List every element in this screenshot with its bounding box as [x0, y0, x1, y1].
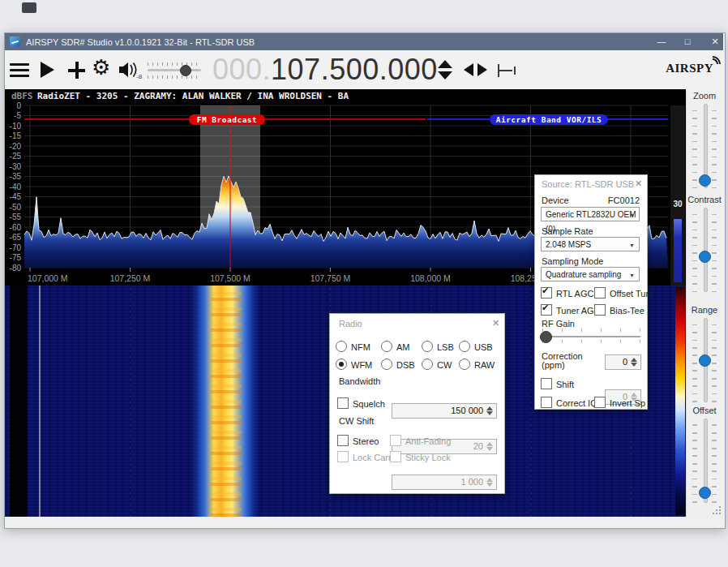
dbfs-unit-label: dBFS [11, 91, 33, 101]
waterfall-signal-core [211, 286, 242, 517]
svg-text:-30: -30 [10, 162, 22, 171]
settings-gear-icon[interactable]: ⚙ [92, 54, 110, 80]
zoom-slider[interactable] [691, 104, 718, 188]
source-panel-close-icon[interactable]: ✕ [635, 178, 642, 189]
minimize-button[interactable]: — [651, 33, 672, 50]
waterfall-gridline [531, 286, 532, 517]
svg-text:-50: -50 [10, 203, 22, 212]
range-label: Range [686, 305, 723, 315]
spinner-down-icon[interactable] [631, 363, 637, 367]
offset-tuning-checkbox[interactable]: Offset Tuni [594, 286, 653, 300]
frequency-active-digits: 107.500.000 [271, 53, 438, 86]
mode-radio-am[interactable]: AM [381, 339, 410, 354]
tune-left-button[interactable] [464, 63, 473, 76]
bandwidth-spinner[interactable]: 150 000 [392, 403, 497, 419]
sample-rate-select[interactable]: 2.048 MSPS▼ [541, 237, 640, 251]
contrast-slider-thumb[interactable] [699, 251, 711, 263]
frequency-display[interactable]: 000.107.500.000 [212, 54, 438, 86]
add-button[interactable] [68, 62, 85, 79]
shift-checkbox[interactable]: Shift [541, 376, 574, 391]
resize-grip[interactable] [710, 506, 721, 514]
offset-slider-thumb[interactable] [699, 487, 711, 499]
offset-slider[interactable] [691, 419, 718, 503]
mode-radio-raw[interactable]: RAW [459, 357, 495, 372]
correction-spinner[interactable]: 0 [605, 354, 641, 370]
volume-slider-thumb[interactable] [180, 65, 191, 76]
spinner-up-icon [486, 442, 493, 446]
correct-iq-checkbox[interactable]: Correct IQ [541, 395, 597, 410]
play-button[interactable] [41, 62, 54, 78]
rf-gain-label: RF Gain [542, 319, 575, 329]
cw-shift-spinner: 1 000 [392, 475, 497, 490]
spinner-up-icon[interactable] [631, 358, 637, 362]
mode-radio-lsb[interactable]: LSB [422, 339, 454, 354]
device-id: FC0012 [604, 195, 640, 205]
range-slider-thumb[interactable] [699, 354, 711, 367]
frequency-step-down-button[interactable] [438, 71, 452, 79]
sticky-lock-checkbox: Sticky Lock [390, 449, 451, 464]
tuner-agc-checkbox[interactable]: Tuner AGC [541, 303, 601, 317]
squelch-checkbox[interactable]: Squelch [337, 396, 385, 410]
range-slider[interactable] [691, 318, 718, 402]
spinner-down-icon [486, 447, 493, 451]
contrast-slider[interactable] [691, 208, 718, 292]
sampling-mode-select[interactable]: Quadrature sampling▼ [541, 267, 640, 281]
mode-radio-cw[interactable]: CW [422, 357, 452, 372]
svg-text:-10: -10 [10, 122, 22, 131]
screen-artifact [22, 2, 36, 13]
screen: AIRSPY SDR# Studio v1.0.0.1921 32-Bit - … [0, 0, 728, 567]
svg-text:0: 0 [16, 101, 21, 110]
radio-panel-close-icon[interactable]: ✕ [492, 318, 499, 329]
svg-text:107,000 M: 107,000 M [28, 273, 68, 283]
svg-text:-80: -80 [10, 264, 22, 273]
device-select[interactable]: Generic RTL2832U OEM (0)▼ [541, 207, 640, 221]
waterfall-gridline [130, 286, 131, 517]
mode-radio-usb[interactable]: USB [459, 339, 493, 354]
svg-text:-5: -5 [14, 111, 21, 120]
invert-spectrum-checkbox[interactable]: Invert Sp [594, 395, 645, 410]
svg-text:108,000 M: 108,000 M [410, 273, 451, 283]
volume-slider[interactable] [148, 69, 201, 71]
snap-step-icon[interactable] [498, 64, 516, 77]
svg-text:-60: -60 [10, 223, 22, 232]
svg-text:-25: -25 [10, 152, 22, 161]
mode-radio-wfm[interactable]: WFM [336, 357, 372, 372]
maximize-button[interactable]: □ [677, 33, 698, 50]
app-icon [10, 37, 20, 47]
zoom-label: Zoom [686, 91, 723, 101]
spinner-up-icon[interactable] [486, 406, 493, 410]
rtl-agc-checkbox[interactable]: RTL AGC [541, 286, 593, 300]
mode-radio-nfm[interactable]: NFM [336, 339, 370, 354]
frequency-step-up-button[interactable] [438, 60, 452, 68]
spinner-down-icon[interactable] [486, 411, 493, 415]
sample-rate-label: Sample Rate [542, 226, 593, 236]
chevron-down-icon: ▼ [629, 208, 635, 223]
bias-tee-checkbox[interactable]: Bias-Tee [594, 303, 644, 317]
offset-label: Offset [686, 406, 723, 415]
rf-gain-slider-thumb[interactable] [540, 331, 552, 343]
tune-right-button[interactable] [477, 63, 487, 76]
rf-gain-slider[interactable] [542, 336, 640, 337]
close-button[interactable]: ✕ [704, 33, 726, 50]
svg-text:107,750 M: 107,750 M [310, 273, 351, 283]
menu-button[interactable] [10, 63, 29, 77]
stereo-checkbox[interactable]: Stereo [337, 433, 379, 448]
waterfall-dc-band [10, 286, 28, 517]
svg-text:107,250 M: 107,250 M [110, 273, 151, 283]
chevron-down-icon: ▼ [629, 238, 635, 253]
correction-label: Correction(ppm) [542, 352, 583, 370]
waterfall-color-legend [675, 287, 685, 515]
rf-gain-ticks-top [542, 329, 640, 332]
cw-shift-label: CW Shift [339, 416, 374, 426]
svg-text:-45: -45 [10, 192, 22, 201]
volume-db-label: -8 [136, 73, 142, 80]
mode-radio-dsb[interactable]: DSB [381, 357, 415, 372]
title-bar: AIRSPY SDR# Studio v1.0.0.1921 32-Bit - … [5, 33, 723, 50]
aircraft-band-pill: Aircraft Band VOR/ILS [490, 114, 608, 125]
volume-ticks-top [148, 62, 201, 66]
rds-text: RadioZET - 3205 - ZAGRAMY: ALAN WALKER /… [37, 91, 349, 101]
waterfall-signal-stripe [191, 286, 259, 517]
source-panel-title: Source: RTL-SDR USB [542, 179, 634, 189]
zoom-slider-thumb[interactable] [699, 174, 711, 187]
spinner-down-icon [486, 483, 493, 487]
